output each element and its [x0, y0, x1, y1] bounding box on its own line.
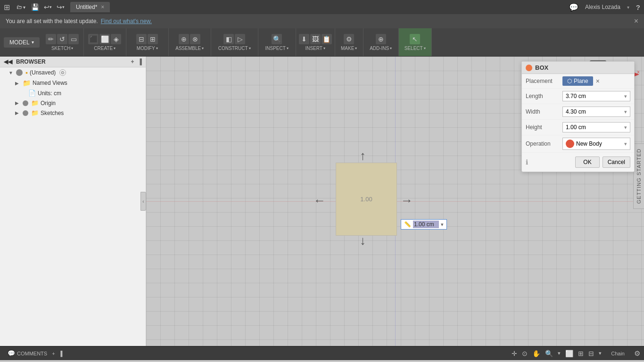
toolbar-group-addins[interactable]: ⊕ ADD-INS▾: [363, 28, 399, 56]
snap-toggle-icon[interactable]: ⊟: [588, 350, 594, 357]
browser-item-units[interactable]: 📄 Units: cm: [0, 88, 146, 98]
toolbar-group-select[interactable]: ↖ SELECT▾: [399, 28, 432, 56]
chat-icon[interactable]: 💬: [569, 3, 578, 12]
assemble-label: ASSEMBLE: [175, 46, 201, 51]
placement-plane-button[interactable]: ⬡ Plane: [562, 76, 593, 86]
dim-dropdown-icon[interactable]: ▾: [441, 222, 444, 228]
construct-icon-1[interactable]: ◧: [223, 34, 234, 44]
right-arrow-handle[interactable]: →: [401, 193, 413, 208]
select-icon-1[interactable]: ↖: [410, 34, 420, 44]
bottombar-tools: ✛ ⊙ ✋ 🔍 ▾ ⬜ ⊞ ⊟ ▾ Chain ⚙: [512, 349, 640, 358]
settings-circle-icon[interactable]: ⊙: [59, 69, 66, 76]
width-dropdown-icon[interactable]: ▾: [624, 109, 627, 115]
app-grid-icon[interactable]: ⊞: [4, 3, 10, 12]
modify-icon-1[interactable]: ⊟: [136, 34, 147, 44]
browser-item-origin[interactable]: ▶ 📁 Origin: [0, 98, 146, 108]
assemble-icon-1[interactable]: ⊕: [179, 34, 189, 44]
toolbar-group-construct[interactable]: ◧ ▷ CONSTRUCT▾: [211, 28, 258, 56]
left-arrow-handle[interactable]: ←: [314, 193, 326, 208]
display-mode-icon[interactable]: ⬜: [565, 350, 573, 357]
info-icon[interactable]: ℹ: [526, 158, 528, 166]
inspect-label: INSPECT: [265, 46, 286, 51]
create-icon-2[interactable]: ⬜: [99, 34, 110, 44]
insert-icon-3[interactable]: 📋: [322, 34, 332, 44]
height-dropdown-icon[interactable]: ▾: [624, 124, 627, 131]
browser-item-sketches[interactable]: ▶ 📁 Sketches: [0, 108, 146, 118]
add-browser-icon[interactable]: +: [131, 58, 134, 65]
collapse-browser-icon[interactable]: ▐: [138, 58, 142, 65]
toolbar-group-assemble[interactable]: ⊕ ⊗ ASSEMBLE▾: [169, 28, 211, 56]
up-arrow-handle[interactable]: ↑: [360, 148, 366, 163]
comments-icon: 💬: [8, 350, 15, 357]
tab-close-icon[interactable]: ×: [101, 4, 104, 10]
canvas-area[interactable]: top X Y Z 1.00 ↑: [146, 57, 644, 346]
toolbar-group-inspect[interactable]: 🔍 INSPECT▾: [258, 28, 296, 56]
ok-button[interactable]: OK: [575, 156, 599, 168]
sketch-icon-1[interactable]: ✏: [46, 34, 56, 44]
tab[interactable]: Untitled* ×: [70, 2, 110, 12]
toggle-icon: ▶: [15, 81, 21, 86]
inspect-icon-1[interactable]: 🔍: [272, 34, 282, 44]
getting-started-tab[interactable]: GETTING STARTED: [633, 143, 644, 209]
make-label: MAKE: [341, 46, 354, 51]
create-icon-3[interactable]: ◈: [111, 34, 121, 44]
snap-dropdown-icon[interactable]: ▾: [599, 350, 602, 356]
browser-title: BROWSER: [16, 58, 46, 65]
chain-label: Chain: [611, 351, 625, 356]
browser-item-named-views[interactable]: ▶ 📁 Named Views: [0, 78, 146, 88]
folder-icon: 📁: [31, 109, 39, 116]
notif-link[interactable]: Find out what's new.: [101, 18, 152, 25]
user-label[interactable]: Alexis Lozada: [585, 4, 620, 10]
zoom-dropdown-icon[interactable]: ▾: [558, 350, 561, 356]
make-icon-1[interactable]: ⚙: [344, 34, 354, 44]
collapse-handle[interactable]: ‹: [140, 192, 146, 211]
modify-label: MODIFY: [137, 46, 155, 51]
construct-icon-2[interactable]: ▷: [235, 34, 245, 44]
modify-icon-2[interactable]: ⊞: [148, 34, 158, 44]
dimension-input[interactable]: [413, 221, 439, 228]
length-dropdown-icon[interactable]: ▾: [624, 93, 627, 99]
toolbar-group-insert[interactable]: ⬇ 🖼 📋 INSERT▾: [296, 28, 335, 56]
move-tool-icon[interactable]: ✛: [512, 350, 517, 357]
save-button[interactable]: 💾: [29, 2, 41, 12]
getting-started-label: GETTING STARTED: [636, 148, 642, 204]
toolbar-group-sketch[interactable]: ✏ ↺ ▭ SKETCH▾: [41, 28, 84, 56]
expand-icon[interactable]: ◀◀: [4, 58, 12, 65]
toolbar-group-make[interactable]: ⚙ MAKE▾: [335, 28, 363, 56]
addins-icon-1[interactable]: ⊕: [376, 34, 386, 44]
settings-icon[interactable]: ⚙: [634, 349, 640, 358]
width-label: Width: [526, 108, 560, 115]
grid-toggle-icon[interactable]: ⊞: [578, 350, 584, 357]
sketch-icon-2[interactable]: ↺: [57, 34, 67, 44]
create-icon-1[interactable]: ⬛: [88, 34, 99, 44]
redo-button[interactable]: ↪▾: [55, 2, 66, 12]
pan-tool-icon[interactable]: ✋: [532, 350, 540, 357]
assemble-icon-2[interactable]: ⊗: [190, 34, 200, 44]
model-menu-button[interactable]: MODEL ▾: [4, 37, 40, 48]
insert-icon-1[interactable]: ⬇: [299, 34, 309, 44]
zoom-tool-icon[interactable]: 🔍: [545, 350, 553, 357]
undo-button[interactable]: ↩▾: [42, 2, 54, 12]
down-arrow-handle[interactable]: ↓: [360, 233, 366, 248]
browser-item-unsaved[interactable]: ▼ ▪ (Unsaved) ⊙: [0, 67, 146, 78]
placement-clear-button[interactable]: ×: [596, 77, 600, 85]
titlebar-right: 💬 Alexis Lozada ▾ ?: [569, 3, 640, 12]
cancel-button[interactable]: Cancel: [603, 156, 630, 168]
model-label: MODEL: [9, 39, 30, 46]
toolbar-group-modify[interactable]: ⊟ ⊞ MODIFY▾: [126, 28, 169, 56]
units-label: Units: cm: [38, 90, 61, 97]
box-panel-title: BOX: [535, 64, 548, 71]
toolbar-group-create[interactable]: ⬛ ⬜ ◈ CREATE▾: [84, 28, 126, 56]
collapse-comment-icon[interactable]: ▐: [59, 351, 63, 356]
comments-button[interactable]: 💬 COMMENTS + ▐: [4, 348, 66, 359]
plane-icon: ⬡: [567, 78, 572, 84]
insert-icon-2[interactable]: 🖼: [310, 34, 321, 44]
panel-close-dot[interactable]: [526, 65, 532, 71]
add-comment-icon[interactable]: +: [52, 351, 55, 356]
operation-dropdown-icon[interactable]: ▾: [624, 141, 627, 147]
file-menu-button[interactable]: 🗁 ▾: [14, 3, 28, 11]
notif-close-icon[interactable]: ×: [634, 17, 638, 25]
help-icon[interactable]: ?: [636, 3, 640, 11]
orbit-tool-icon[interactable]: ⊙: [522, 350, 528, 357]
sketch-icon-3[interactable]: ▭: [68, 34, 79, 44]
